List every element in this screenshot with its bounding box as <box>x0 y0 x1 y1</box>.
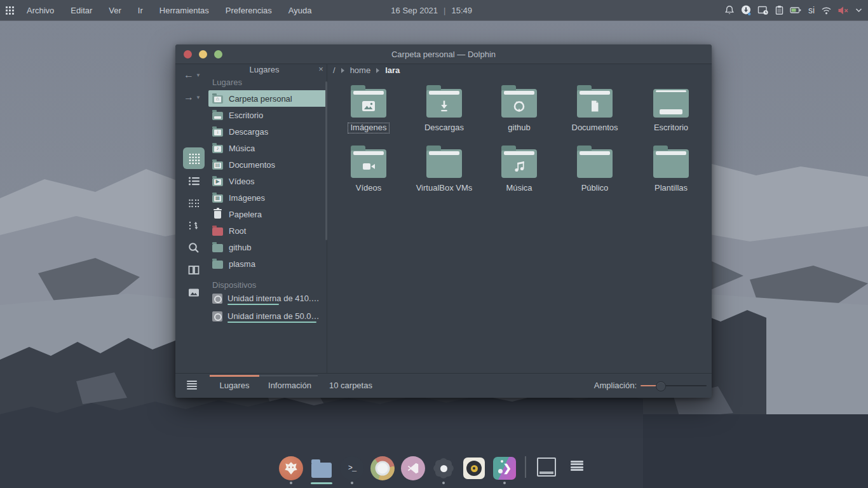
folder-tile-escritorio[interactable]: Escritorio <box>635 89 707 133</box>
icons-view-button[interactable] <box>183 147 205 169</box>
back-button[interactable]: ←▼ <box>184 69 201 81</box>
forward-button[interactable]: →▼ <box>184 92 201 103</box>
menu-editar[interactable]: Editar <box>71 6 92 15</box>
download-glyph-icon <box>437 98 452 114</box>
menu-hamburger-icon[interactable] <box>187 381 197 390</box>
battery-icon[interactable] <box>790 5 802 15</box>
folder-tile-documentos[interactable]: Documentos <box>559 89 630 133</box>
videos-folder-icon: ▶ <box>212 178 223 186</box>
search-button[interactable] <box>183 237 205 259</box>
sidebar-item-musica[interactable]: ♪ Música <box>208 140 327 156</box>
keyboard-layout-indicator[interactable]: si <box>808 5 815 15</box>
notifications-bell-icon[interactable] <box>724 5 735 15</box>
running-indicator <box>503 482 506 484</box>
dock-application-menu[interactable] <box>564 452 590 484</box>
sidebar-item-root[interactable]: Root <box>208 222 327 239</box>
folder-icon <box>212 261 223 269</box>
sidebar-device-unidad-410[interactable]: Unidad interna de 410.… <box>208 294 327 310</box>
menu-herramientas[interactable]: Herramientas <box>159 6 209 15</box>
breadcrumb-caret-icon <box>341 68 344 73</box>
sidebar-item-descargas[interactable]: ↓ Descargas <box>208 123 327 140</box>
dock-media-player[interactable] <box>461 452 487 484</box>
breadcrumb-root[interactable]: / <box>333 65 336 75</box>
breadcrumb-lara[interactable]: lara <box>385 65 400 75</box>
sidebar-item-plasma[interactable]: plasma <box>208 255 327 272</box>
back-history-caret-icon: ▼ <box>196 72 201 78</box>
dock-firefox[interactable] <box>278 452 304 484</box>
music-folder-icon: ♪ <box>212 145 223 153</box>
dock-photo-app[interactable]: ❯ <box>492 452 517 484</box>
dock-show-desktop[interactable] <box>534 452 559 484</box>
firefox-icon <box>279 456 303 480</box>
folder-tile-descargas[interactable]: Descargas <box>409 89 480 133</box>
place-label: Escritorio <box>229 111 263 120</box>
close-window-button[interactable] <box>184 50 192 58</box>
clipboard-clock-icon[interactable] <box>757 5 769 15</box>
dock-settings[interactable] <box>431 452 456 484</box>
place-label: Vídeos <box>229 177 254 186</box>
panel-clock[interactable]: 16 Sep 2021 | 15:49 <box>391 6 472 15</box>
documents-folder-icon: ▤ <box>212 161 223 170</box>
sidebar-item-papelera[interactable]: Papelera <box>208 206 327 222</box>
compact-view-button[interactable] <box>183 193 205 214</box>
breadcrumb-home[interactable]: home <box>350 65 371 75</box>
clock-time: 15:49 <box>451 6 472 15</box>
folder-tile-imagenes[interactable]: Imágenes <box>333 89 404 133</box>
folder-label: Vídeos <box>356 184 381 193</box>
folder-tile-musica[interactable]: Música <box>484 149 555 193</box>
folder-tile-publico[interactable]: Público <box>559 149 630 193</box>
places-scrollbar[interactable] <box>325 81 327 240</box>
menu-ir[interactable]: Ir <box>138 6 143 15</box>
tab-label: Lugares <box>220 381 250 390</box>
folder-tile-virtualbox-vms[interactable]: VirtualBox VMs <box>409 149 480 193</box>
sidebar-item-videos[interactable]: ▶ Vídeos <box>208 173 327 189</box>
menu-preferencias[interactable]: Preferencias <box>226 6 272 15</box>
dock-code-editor[interactable] <box>400 452 426 484</box>
places-panel-close-icon[interactable]: × <box>315 64 327 75</box>
split-view-button[interactable] <box>183 259 205 281</box>
menu-ver[interactable]: Ver <box>109 6 121 15</box>
folder-tile-github[interactable]: github <box>484 89 555 133</box>
folder-icon <box>577 149 613 178</box>
sidebar-item-carpeta-personal[interactable]: ⌂ Carpeta personal <box>208 90 327 107</box>
pictures-folder-icon <box>351 89 386 118</box>
volume-muted-icon[interactable] <box>837 6 849 15</box>
menu-ayuda[interactable]: Ayuda <box>288 6 312 15</box>
dock-file-manager[interactable] <box>309 452 334 484</box>
details-view-button[interactable] <box>183 170 205 192</box>
wifi-icon[interactable] <box>821 6 832 15</box>
file-manager-icon <box>311 463 332 478</box>
preview-button[interactable] <box>183 281 205 303</box>
download-status-icon[interactable] <box>740 4 752 16</box>
app-launcher-button[interactable] <box>0 0 19 20</box>
tab-informacion[interactable]: Información <box>262 374 318 397</box>
window-titlebar[interactable]: Carpeta personal — Dolphin <box>175 44 712 64</box>
breadcrumb: / home lara <box>333 65 400 75</box>
global-menubar: Archivo Editar Ver Ir Herramientas Prefe… <box>27 6 311 15</box>
sidebar-item-imagenes[interactable]: ▦ Imágenes <box>208 189 327 206</box>
clipboard-icon[interactable] <box>775 5 784 15</box>
dock-chromium[interactable] <box>370 452 395 484</box>
place-label: plasma <box>229 259 255 269</box>
dock-terminal[interactable]: >_ <box>339 452 365 484</box>
sidebar-device-unidad-50[interactable]: Unidad interna de 50.0… <box>208 311 327 328</box>
menu-archivo[interactable]: Archivo <box>27 6 54 15</box>
trash-icon <box>214 211 221 219</box>
sort-button[interactable] <box>183 215 205 236</box>
folder-tile-videos[interactable]: Vídeos <box>333 149 404 193</box>
maximize-window-button[interactable] <box>214 50 222 58</box>
sidebar-item-escritorio[interactable]: Escritorio <box>208 107 327 123</box>
home-folder-icon: ⌂ <box>212 95 223 104</box>
zoom-slider[interactable] <box>641 384 707 387</box>
settings-gear-icon <box>431 456 456 481</box>
zoom-slider-handle[interactable] <box>656 381 666 391</box>
folder-tile-plantillas[interactable]: Plantillas <box>635 149 707 193</box>
tray-expand-chevron-icon[interactable] <box>855 7 863 13</box>
hard-drive-icon <box>212 294 222 304</box>
sidebar-item-documentos[interactable]: ▤ Documentos <box>208 156 327 173</box>
tab-lugares[interactable]: Lugares <box>210 374 259 397</box>
sidebar-item-github[interactable]: github <box>208 239 327 255</box>
place-label: github <box>229 243 251 252</box>
folder-label: github <box>508 123 530 133</box>
minimize-window-button[interactable] <box>199 50 207 58</box>
